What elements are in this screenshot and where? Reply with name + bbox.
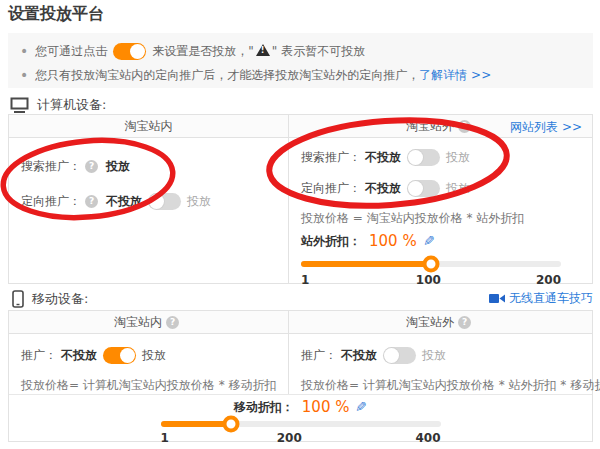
slider-fill [161, 421, 231, 427]
search-promo-state: 不投放 [365, 149, 401, 166]
mobile-onsite-header-label: 淘宝站内 [114, 314, 162, 331]
computer-section-title: 计算机设备: [37, 96, 106, 114]
computer-table-header: 淘宝站内 淘宝站外 ? 网站列表 >> [9, 115, 592, 138]
computer-onsite-cell: 搜索推广： ? 投放 定向推广： ? 不投放 投放 [9, 138, 289, 284]
slider-min-label: 1 [161, 431, 169, 445]
computer-offsite-header: 淘宝站外 ? 网站列表 >> [289, 115, 592, 137]
mobile-discount-section: 移动折扣： 100 % ✎ 1 200 400 [9, 394, 592, 441]
mobile-offsite-promo-toggle[interactable] [383, 347, 416, 364]
mobile-onsite-header: 淘宝站内 ? [9, 311, 289, 333]
slider-max-label: 200 [536, 273, 561, 287]
computer-table-body: 搜索推广： ? 投放 定向推广： ? 不投放 投放 搜索推广： 不投放 投放 [9, 138, 592, 284]
bullet-icon: • [20, 45, 28, 57]
mobile-table-body: 推广： 不投放 投放 投放价格= 计算机淘宝站内投放价格 * 移动折扣 推广： … [9, 334, 592, 394]
notice-line-1: • 您可通过点击 来设置是否投放，" " 表示暂不可投放 [20, 39, 581, 63]
notice-box: • 您可通过点击 来设置是否投放，" " 表示暂不可投放 • 您只有投放淘宝站内… [8, 33, 593, 88]
toggle-knob [384, 348, 399, 363]
computer-offsite-targeted-toggle[interactable] [407, 180, 440, 197]
computer-onsite-search-row: 搜索推广： ? 投放 [21, 158, 276, 175]
computer-onsite-header-label: 淘宝站内 [125, 118, 173, 135]
edit-icon[interactable]: ✎ [423, 233, 435, 249]
warning-triangle-icon [256, 44, 270, 56]
computer-offsite-search-toggle[interactable] [407, 149, 440, 166]
mobile-slider-labels: 1 200 400 [161, 431, 441, 446]
mobile-offsite-price-formula: 投放价格= 计算机淘宝站内投放价格 * 站外折扣 * 移动折扣 [301, 377, 600, 394]
mobile-discount-value: 100 % [302, 398, 350, 416]
promo-option: 投放 [142, 347, 166, 364]
computer-onsite-header: 淘宝站内 [9, 115, 289, 137]
mobile-offsite-promo-row: 推广： 不投放 投放 [301, 347, 600, 364]
mobile-onsite-cell: 推广： 不投放 投放 投放价格= 计算机淘宝站内投放价格 * 移动折扣 [9, 334, 289, 394]
wireless-tips-label: 无线直通车技巧 [509, 290, 593, 307]
mobile-discount-slider[interactable] [161, 421, 441, 427]
help-icon[interactable]: ? [458, 120, 471, 133]
example-toggle[interactable] [113, 43, 146, 60]
help-icon[interactable]: ? [85, 160, 98, 173]
promo-label: 推广： [21, 347, 57, 364]
slider-max-label: 400 [415, 431, 440, 445]
notice1-post: " 表示暂不可投放 [272, 43, 365, 60]
computer-offsite-cell: 搜索推广： 不投放 投放 定向推广： 不投放 投放 投放价格 = 淘宝站内投放价… [289, 138, 592, 284]
computer-offsite-targeted-row: 定向推广： 不投放 投放 [301, 180, 580, 197]
slider-knob[interactable] [222, 416, 239, 433]
mobile-offsite-cell: 推广： 不投放 投放 投放价格= 计算机淘宝站内投放价格 * 站外折扣 * 移动… [289, 334, 600, 394]
help-icon[interactable]: ? [166, 316, 179, 329]
targeted-promo-option: 投放 [446, 180, 470, 197]
computer-offsite-header-label: 淘宝站外 [406, 118, 454, 135]
promo-state: 不投放 [61, 347, 97, 364]
mobile-phone-icon [12, 290, 24, 308]
computer-onsite-targeted-toggle[interactable] [148, 193, 181, 210]
toggle-knob [408, 181, 423, 196]
page-title: 设置投放平台 [8, 4, 104, 25]
promo-state: 不投放 [341, 347, 377, 364]
targeted-promo-label: 定向推广： [301, 180, 361, 197]
toggle-knob [120, 348, 135, 363]
mobile-discount-row: 移动折扣： 100 % ✎ [161, 398, 441, 416]
mobile-onsite-price-formula: 投放价格= 计算机淘宝站内投放价格 * 移动折扣 [21, 377, 276, 394]
bullet-icon: • [20, 69, 28, 81]
targeted-promo-state: 不投放 [106, 193, 142, 210]
video-icon [489, 293, 505, 304]
search-promo-label: 搜索推广： [21, 158, 81, 175]
slider-mid-label: 200 [277, 431, 302, 445]
mobile-section-header: 移动设备: [12, 290, 88, 308]
slider-knob[interactable] [423, 256, 440, 273]
search-promo-option: 投放 [446, 149, 470, 166]
promo-option: 投放 [422, 347, 446, 364]
learn-more-link[interactable]: 了解详情 >> [419, 67, 491, 84]
toggle-knob [408, 150, 423, 165]
promo-label: 推广： [301, 347, 337, 364]
help-icon[interactable]: ? [85, 195, 98, 208]
notice-line-2: • 您只有投放淘宝站内的定向推广后，才能选择投放淘宝站外的定向推广， 了解详情 … [20, 63, 581, 87]
mobile-onsite-promo-row: 推广： 不投放 投放 [21, 347, 276, 364]
help-icon[interactable]: ? [458, 316, 471, 329]
wireless-tips-link[interactable]: 无线直通车技巧 [489, 290, 593, 307]
mobile-offsite-header-label: 淘宝站外 [406, 314, 454, 331]
slider-fill [301, 261, 431, 267]
website-list-link[interactable]: 网站列表 >> [510, 119, 582, 136]
search-promo-label: 搜索推广： [301, 149, 361, 166]
mobile-onsite-promo-toggle[interactable] [103, 347, 136, 364]
computer-table: 淘宝站内 淘宝站外 ? 网站列表 >> 搜索推广： ? 投放 定向推广： ? 不… [8, 114, 593, 284]
search-promo-state: 投放 [106, 158, 130, 175]
notice2-text: 您只有投放淘宝站内的定向推广后，才能选择投放淘宝站外的定向推广， [35, 67, 419, 84]
computer-onsite-targeted-row: 定向推广： ? 不投放 投放 [21, 193, 276, 210]
mobile-section-title: 移动设备: [32, 290, 88, 308]
targeted-promo-state: 不投放 [365, 180, 401, 197]
toggle-knob [149, 194, 164, 209]
offsite-discount-slider[interactable] [301, 261, 561, 267]
targeted-promo-option: 投放 [187, 193, 211, 210]
placement-settings-page: 设置投放平台 • 您可通过点击 来设置是否投放，" " 表示暂不可投放 • 您只… [0, 0, 600, 449]
computer-offsite-search-row: 搜索推广： 不投放 投放 [301, 149, 580, 166]
offsite-discount-value: 100 % [369, 232, 417, 250]
slider-mid-label: 100 [416, 273, 441, 287]
targeted-promo-label: 定向推广： [21, 193, 81, 210]
mobile-table-header: 淘宝站内 ? 淘宝站外 ? [9, 311, 592, 334]
offsite-discount-label: 站外折扣： [301, 233, 361, 250]
offsite-price-formula: 投放价格 = 淘宝站内投放价格 * 站外折扣 [301, 210, 580, 227]
edit-icon[interactable]: ✎ [355, 399, 367, 415]
toggle-knob [130, 44, 145, 59]
notice1-pre: 您可通过点击 [35, 43, 107, 60]
mobile-table: 淘宝站内 ? 淘宝站外 ? 推广： 不投放 投放 投放价格= 计算机淘宝站内投放… [8, 310, 593, 442]
mobile-discount-label: 移动折扣： [234, 399, 294, 416]
